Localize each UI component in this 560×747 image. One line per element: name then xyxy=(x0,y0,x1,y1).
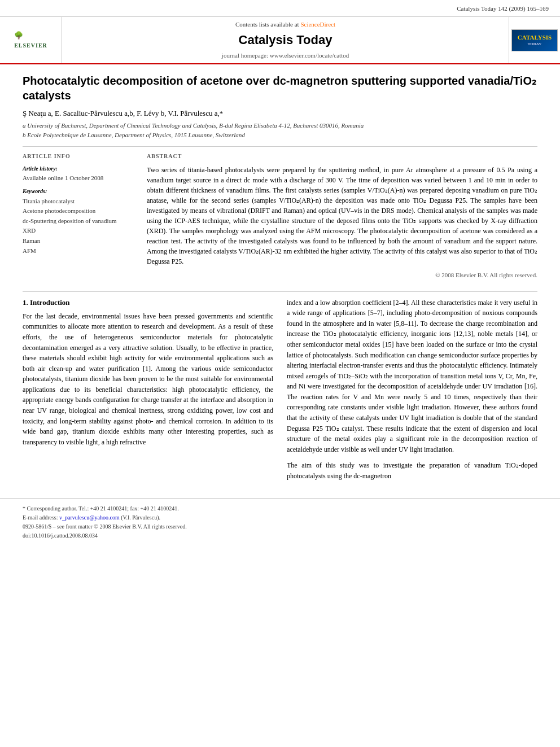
corresponding-author: * Corresponding author. Tel.: +40 21 410… xyxy=(23,505,537,513)
catalysis-logo-box: CATALYSIS TODAY xyxy=(511,29,558,51)
elsevier-logo-area: 🌳 ELSEVIER xyxy=(0,17,62,63)
elsevier-text: ELSEVIER xyxy=(14,42,47,50)
affiliations: a University of Bucharest, Department of… xyxy=(23,121,537,139)
article-content: Photocatalytic decomposition of acetone … xyxy=(0,64,560,291)
body-para-1: For the last decade, environmental issue… xyxy=(23,311,273,448)
keyword-1: Titania photocatalyst xyxy=(23,196,135,207)
journal-banner: 🌳 ELSEVIER Contents lists available at S… xyxy=(0,16,560,64)
body-right-col: index and a low absorption coefficient [… xyxy=(287,298,537,487)
sciencedirect-line: Contents lists available at ScienceDirec… xyxy=(68,20,503,29)
elsevier-tree-icon: 🌳 xyxy=(14,30,47,41)
issn-line: 0920-5861/$ – see front matter © 2008 El… xyxy=(23,523,537,531)
main-body: 1. Introduction For the last decade, env… xyxy=(0,292,560,499)
catalysis-logo-sub: TODAY xyxy=(518,42,552,47)
article-info-label: ARTICLE INFO xyxy=(23,152,135,160)
copyright: © 2008 Elsevier B.V. All rights reserved… xyxy=(147,271,537,279)
citation-text: Catalysis Today 142 (2009) 165–169 xyxy=(457,5,549,12)
email-label: E-mail address: xyxy=(23,514,58,521)
article-title: Photocatalytic decomposition of acetone … xyxy=(23,73,537,103)
body-para-3: The aim of this study was to investigate… xyxy=(287,460,537,481)
abstract-text: Two series of titania-based photocatalys… xyxy=(147,165,537,267)
journal-title: Catalysis Today xyxy=(68,32,503,49)
doi-line: doi:10.1016/j.cattod.2008.08.034 xyxy=(23,532,537,540)
keywords-label: Keywords: xyxy=(23,187,135,195)
divider xyxy=(23,146,537,147)
keyword-5: Raman xyxy=(23,236,135,246)
email-line: E-mail address: v_parvulescu@yahoo.com (… xyxy=(23,514,537,522)
citation-header: Catalysis Today 142 (2009) 165–169 xyxy=(0,0,560,13)
keyword-6: AFM xyxy=(23,246,135,256)
abstract-label: ABSTRACT xyxy=(147,152,537,160)
catalysis-logo-title: CATALYSIS xyxy=(518,33,552,42)
page: Catalysis Today 142 (2009) 165–169 🌳 ELS… xyxy=(0,0,560,747)
body-left-col: 1. Introduction For the last decade, env… xyxy=(23,298,273,487)
body-columns: 1. Introduction For the last decade, env… xyxy=(23,298,537,487)
section1-heading: 1. Introduction xyxy=(23,298,273,308)
journal-center: Contents lists available at ScienceDirec… xyxy=(62,17,509,63)
article-history-label: Article history: xyxy=(23,165,135,173)
sciencedirect-link[interactable]: ScienceDirect xyxy=(300,21,335,28)
catalysis-logo-area: CATALYSIS TODAY xyxy=(509,17,560,63)
available-online: Available online 1 October 2008 xyxy=(23,174,135,182)
abstract-col: ABSTRACT Two series of titania-based pho… xyxy=(147,152,537,279)
keywords: Titania photocatalyst Acetone photodecom… xyxy=(23,196,135,256)
keyword-2: Acetone photodecomposition xyxy=(23,206,135,216)
authors: Ş Neaţu a, E. Sacaliuc-Pârvulescu a,b, F… xyxy=(23,108,537,119)
affiliation-b: b Ecole Polytechnique de Lausanne, Depar… xyxy=(23,130,537,140)
keyword-3: dc-Sputtering deposition of vanadium xyxy=(23,216,135,226)
footer-notes: * Corresponding author. Tel.: +40 21 410… xyxy=(0,499,560,547)
journal-homepage: journal homepage: www.elsevier.com/locat… xyxy=(68,51,503,60)
article-info-col: ARTICLE INFO Article history: Available … xyxy=(23,152,135,279)
keyword-4: XRD xyxy=(23,226,135,236)
body-para-2: index and a low absorption coefficient [… xyxy=(287,298,537,455)
email-attribution: (V.I. Pârvulescu). xyxy=(121,514,160,521)
article-info-abstract: ARTICLE INFO Article history: Available … xyxy=(23,152,537,279)
email-link[interactable]: v_parvulescu@yahoo.com xyxy=(59,514,120,521)
affiliation-a: a University of Bucharest, Department of… xyxy=(23,121,537,130)
elsevier-logo: 🌳 ELSEVIER xyxy=(14,30,47,50)
